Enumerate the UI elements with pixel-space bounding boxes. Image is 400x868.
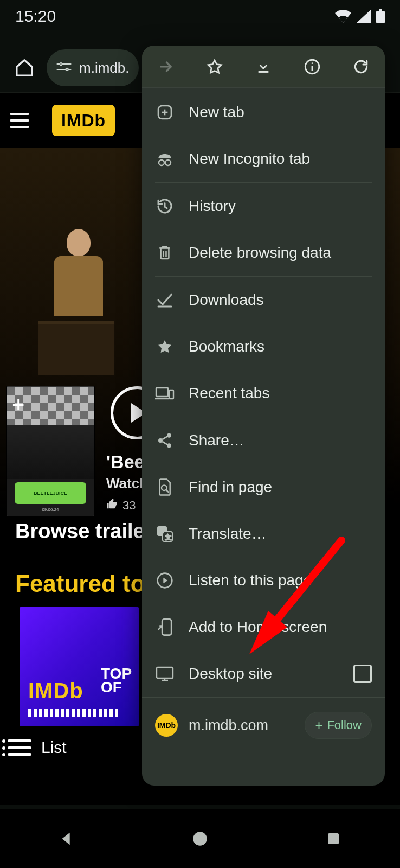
menu-downloads-label: Downloads: [189, 291, 264, 309]
trash-icon: [155, 243, 175, 263]
menu-add-to-home[interactable]: Add to Home screen: [142, 604, 385, 650]
menu-bookmarks[interactable]: Bookmarks: [142, 323, 385, 370]
signal-icon: [357, 10, 371, 23]
menu-translate[interactable]: G文 Translate…: [142, 510, 385, 557]
new-tab-icon: [155, 103, 175, 122]
star-filled-icon: [155, 337, 175, 356]
status-icons: [335, 9, 385, 23]
menu-new-tab-label: New tab: [189, 104, 244, 121]
clock: 15:20: [15, 7, 56, 25]
incognito-icon: [155, 149, 175, 169]
desktop-site-checkbox[interactable]: [353, 665, 372, 683]
url-bar[interactable]: m.imdb.c: [47, 49, 139, 86]
home-icon[interactable]: [10, 53, 39, 82]
poster-title-1: BEETLEJUICE: [34, 490, 67, 496]
battery-icon: [376, 9, 385, 23]
menu-listen-label: Listen to this page: [189, 572, 312, 589]
svg-point-26: [158, 438, 163, 443]
menu-site-row[interactable]: IMDb m.imdb.com + Follow: [142, 698, 385, 752]
forward-icon[interactable]: [155, 56, 177, 78]
nav-home-icon[interactable]: [186, 825, 214, 852]
system-nav-bar: [0, 809, 400, 868]
menu-translate-label: Translate…: [189, 525, 267, 542]
devices-icon: [155, 384, 175, 403]
nav-recent-icon[interactable]: [320, 825, 347, 852]
hamburger-icon[interactable]: [10, 106, 39, 135]
svg-point-6: [193, 832, 207, 846]
menu-desktop-site[interactable]: Desktop site: [142, 650, 385, 697]
menu-history[interactable]: History: [142, 183, 385, 229]
imdb-logo[interactable]: IMDb: [52, 105, 115, 136]
menu-share-label: Share…: [189, 432, 244, 449]
svg-point-30: [162, 485, 167, 490]
poster-date: 09.06.24: [7, 507, 94, 512]
list-label: List: [41, 738, 67, 757]
list-icon: [8, 739, 31, 756]
svg-line-31: [166, 490, 169, 493]
menu-new-tab[interactable]: New tab: [142, 89, 385, 136]
card-stripes: [28, 709, 120, 717]
download-icon[interactable]: [253, 56, 274, 78]
svg-text:文: 文: [165, 534, 171, 540]
url-text: m.imdb.c: [79, 60, 129, 76]
nav-back-icon[interactable]: [53, 825, 80, 852]
wifi-icon: [335, 10, 351, 23]
svg-rect-18: [161, 248, 169, 259]
menu-new-incognito[interactable]: New Incognito tab: [142, 136, 385, 182]
reload-icon[interactable]: [350, 56, 372, 78]
follow-button[interactable]: + Follow: [305, 712, 372, 739]
menu-listen[interactable]: Listen to this page: [142, 557, 385, 604]
svg-point-15: [159, 160, 164, 165]
menu-recent-tabs[interactable]: Recent tabs: [142, 370, 385, 417]
svg-rect-24: [169, 390, 173, 399]
svg-rect-0: [376, 11, 385, 23]
menu-history-label: History: [189, 197, 236, 215]
add-to-home-icon: [155, 617, 175, 637]
browser-overflow-menu: New tab New Incognito tab History Delete…: [142, 46, 385, 786]
svg-point-16: [165, 160, 171, 165]
svg-rect-22: [156, 388, 168, 397]
svg-rect-38: [157, 667, 173, 678]
svg-line-28: [162, 437, 167, 439]
featured-card[interactable]: IMDb TOPOF: [20, 607, 139, 726]
share-icon: [155, 431, 175, 450]
desktop-icon: [155, 664, 175, 684]
svg-rect-1: [379, 9, 382, 11]
menu-share[interactable]: Share…: [142, 417, 385, 464]
menu-bookmarks-label: Bookmarks: [189, 338, 264, 355]
site-favicon: IMDb: [155, 714, 178, 737]
find-in-page-icon: [155, 477, 175, 497]
plus-icon: +: [315, 719, 322, 732]
status-bar: 15:20: [0, 0, 400, 33]
menu-top-row: [142, 46, 385, 88]
bookmark-star-icon[interactable]: [204, 56, 225, 78]
menu-recent-tabs-label: Recent tabs: [189, 385, 269, 402]
info-icon[interactable]: [301, 56, 323, 78]
svg-point-27: [167, 443, 171, 448]
svg-rect-37: [162, 619, 171, 635]
hero-like-count: 33: [122, 499, 136, 513]
play-circle-icon: [155, 571, 175, 590]
svg-point-25: [167, 433, 171, 438]
downloads-check-icon: [155, 290, 175, 310]
svg-point-5: [66, 68, 68, 71]
history-icon: [155, 196, 175, 216]
menu-downloads[interactable]: Downloads: [142, 277, 385, 323]
menu-add-home-label: Add to Home screen: [189, 618, 327, 636]
svg-point-3: [60, 63, 62, 65]
hero-subtitle: Watcl: [106, 475, 143, 492]
translate-icon: G文: [155, 524, 175, 544]
card-toptext: TOPOF: [101, 667, 132, 694]
menu-find-in-page[interactable]: Find in page: [142, 464, 385, 510]
menu-new-incognito-label: New Incognito tab: [189, 150, 310, 168]
menu-delete-browsing-data[interactable]: Delete browsing data: [142, 229, 385, 276]
svg-rect-7: [328, 833, 339, 844]
svg-point-11: [312, 62, 313, 64]
menu-site-host: m.imdb.com: [189, 717, 268, 734]
follow-label: Follow: [327, 718, 362, 732]
menu-find-label: Find in page: [189, 478, 272, 496]
menu-desktop-label: Desktop site: [189, 665, 272, 682]
add-to-watchlist-icon[interactable]: +: [12, 393, 24, 417]
site-settings-icon: [56, 61, 72, 74]
svg-text:G: G: [159, 528, 164, 534]
